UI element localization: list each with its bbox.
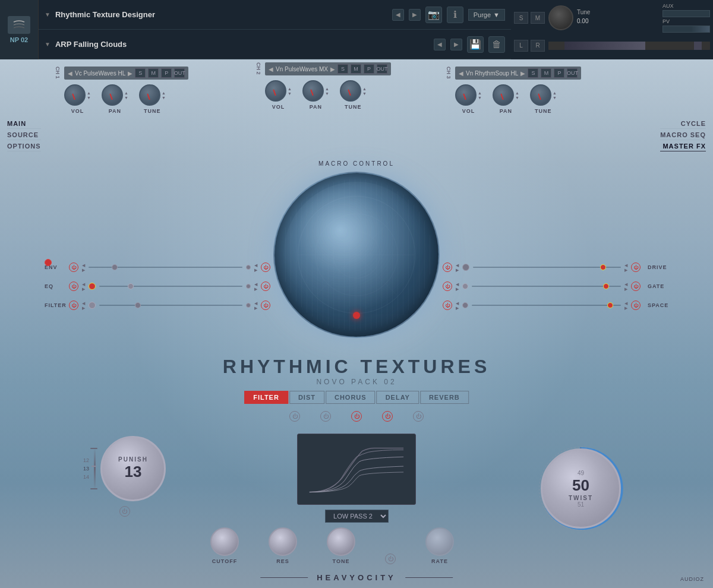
arrow-left[interactable]: ▼ <box>45 11 51 18</box>
env-slider-dot[interactable] <box>246 265 251 270</box>
drive-slider-dot[interactable] <box>462 264 469 271</box>
space-slider-track[interactable] <box>472 305 621 306</box>
ch3-p[interactable]: P <box>554 68 564 78</box>
eq-arrows[interactable]: ◀ ▶ <box>82 282 85 291</box>
ch2-tune-knob[interactable] <box>340 80 361 102</box>
ch1-s[interactable]: S <box>135 68 146 78</box>
filter-slider-thumb[interactable] <box>89 302 96 309</box>
dist-fx-power[interactable]: ⏻ <box>320 411 331 422</box>
space-slider-thumb[interactable] <box>607 302 613 308</box>
fx-tab-dist[interactable]: DIST <box>289 391 324 404</box>
nav-master-fx[interactable]: MASTER FX <box>660 141 706 151</box>
drive-arrows[interactable]: ◀ ▶ <box>456 263 459 272</box>
ch3-tune-down[interactable]: ▼ <box>553 96 557 100</box>
fx-tab-chorus[interactable]: CHORUS <box>326 391 376 404</box>
eq-arrows-r[interactable]: ◀ ▶ <box>254 282 257 291</box>
filter-power-r[interactable]: ⏻ <box>261 301 270 310</box>
camera-btn[interactable]: 📷 <box>425 7 442 23</box>
ch1-m[interactable]: M <box>148 68 159 78</box>
filter-type-select[interactable]: LOW PASS 2 LOW PASS 1 HIGH PASS 1 BAND P… <box>325 510 389 523</box>
ch2-vol-down[interactable]: ▼ <box>288 91 292 96</box>
filter-slider-node[interactable] <box>135 302 141 308</box>
filter-arrows[interactable]: ◀ ▶ <box>82 301 85 310</box>
ch1-tune-knob[interactable] <box>139 84 160 106</box>
ch2-next[interactable]: ▶ <box>330 66 335 72</box>
tone-power[interactable]: ⏻ <box>385 554 396 564</box>
nav-cycle[interactable]: CYCLE <box>660 119 706 129</box>
env-slider-track[interactable] <box>89 267 242 268</box>
eq-power-r[interactable]: ⏻ <box>261 282 270 291</box>
ch1-p[interactable]: P <box>161 68 172 78</box>
fx-tab-reverb[interactable]: REVERB <box>420 391 469 404</box>
rate-knob[interactable] <box>425 527 454 556</box>
filter-arrows-r[interactable]: ◀ ▶ <box>254 301 257 310</box>
ch3-vol-knob[interactable] <box>455 84 477 106</box>
drive-arrows-r[interactable]: ◀ ▶ <box>624 263 627 272</box>
s-button[interactable]: S <box>514 12 528 24</box>
tone-knob[interactable] <box>327 527 355 556</box>
ch2-p[interactable]: P <box>364 64 374 74</box>
ch2-pan-knob[interactable] <box>302 80 324 102</box>
delay-fx-power[interactable]: ⏻ <box>382 411 393 422</box>
ch1-prev[interactable]: ◀ <box>68 70 72 77</box>
ch2-vol-knob[interactable] <box>265 80 286 102</box>
eq-power[interactable]: ⏻ <box>69 282 78 291</box>
nav-source[interactable]: SOURCE <box>7 130 41 140</box>
drive-power[interactable]: ⏻ <box>443 263 452 272</box>
ch3-prev[interactable]: ◀ <box>459 70 463 77</box>
ch1-pan-knob[interactable] <box>102 84 123 106</box>
ch1-out[interactable]: OUT <box>174 68 185 78</box>
next-btn[interactable]: ▶ <box>409 9 421 21</box>
macro-orb[interactable] <box>273 172 440 338</box>
gate-arrows[interactable]: ◀ ▶ <box>456 282 459 291</box>
eq-slider-node[interactable] <box>128 283 134 289</box>
tune-knob[interactable] <box>548 5 573 30</box>
reverb-fx-power[interactable]: ⏻ <box>413 411 424 422</box>
space-arrows-r[interactable]: ◀ ▶ <box>624 301 627 310</box>
gate-slider-dot[interactable] <box>462 283 468 289</box>
ch2-m[interactable]: M <box>351 64 361 74</box>
ch2-out[interactable]: OUT <box>377 64 387 74</box>
punish-knob[interactable]: PUNISH 13 <box>100 436 166 501</box>
ch3-s[interactable]: S <box>528 68 538 78</box>
twist-knob[interactable]: 49 50 TWIST 51 <box>541 448 621 529</box>
space-arrows[interactable]: ◀ ▶ <box>456 301 459 310</box>
drive-slider-thumb[interactable] <box>600 264 606 270</box>
filter-slider-track[interactable] <box>99 305 242 306</box>
gate-slider-track[interactable] <box>472 286 621 287</box>
ch3-vol-up[interactable]: ▲ <box>478 91 482 95</box>
space-slider-dot[interactable] <box>462 302 468 308</box>
ch2-tune-up[interactable]: ▲ <box>362 87 367 91</box>
ch2-s[interactable]: S <box>337 64 348 74</box>
filter-fx-power[interactable]: ⏻ <box>289 411 300 422</box>
filter-power[interactable]: ⏻ <box>69 301 78 310</box>
ch3-pan-down[interactable]: ▼ <box>515 96 519 100</box>
ch1-pan-up[interactable]: ▲ <box>124 91 128 95</box>
punish-power[interactable]: ⏻ <box>119 506 130 517</box>
ch3-vol-down[interactable]: ▼ <box>478 96 482 100</box>
ch3-pan-up[interactable]: ▲ <box>515 91 519 95</box>
save-btn[interactable]: 💾 <box>467 36 484 53</box>
env-power[interactable]: ⏻ <box>69 263 78 272</box>
l-button[interactable]: L <box>514 40 528 52</box>
ch1-vol-up[interactable]: ▲ <box>87 91 91 95</box>
eq-slider-track[interactable] <box>99 286 242 287</box>
eq-slider-thumb[interactable] <box>89 283 96 290</box>
space-power[interactable]: ⏻ <box>443 301 452 310</box>
ch1-tune-up[interactable]: ▲ <box>162 91 166 95</box>
ch3-out[interactable]: OUT <box>567 68 578 78</box>
gate-slider-thumb[interactable] <box>603 283 609 289</box>
ch2-vol-up[interactable]: ▲ <box>288 87 292 91</box>
prev-preset-btn[interactable]: ◀ <box>434 39 446 50</box>
delete-btn[interactable]: 🗑 <box>488 36 505 53</box>
nav-main[interactable]: MAIN <box>7 119 41 129</box>
ch2-prev[interactable]: ◀ <box>269 66 273 72</box>
space-power-r[interactable]: ⏻ <box>631 301 641 310</box>
purge-btn[interactable]: Purge ▼ <box>468 9 505 21</box>
env-power-r[interactable]: ⏻ <box>261 263 270 272</box>
ch1-tune-down[interactable]: ▼ <box>162 96 166 100</box>
ch2-pan-down[interactable]: ▼ <box>325 91 329 96</box>
drive-power-r[interactable]: ⏻ <box>631 263 641 272</box>
ch1-pan-down[interactable]: ▼ <box>124 96 128 100</box>
ch1-next[interactable]: ▶ <box>128 70 132 77</box>
